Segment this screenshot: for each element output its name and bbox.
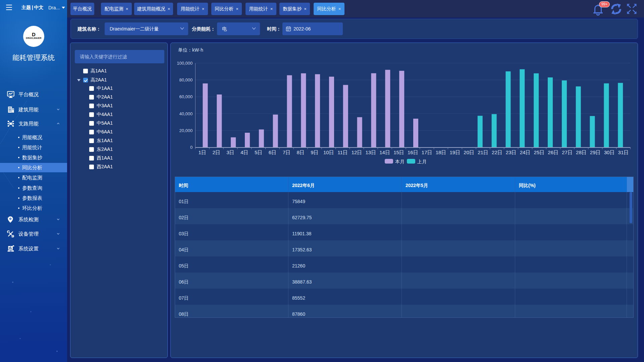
svg-text:14日: 14日 <box>379 149 390 155</box>
svg-text:19日: 19日 <box>449 149 460 155</box>
svg-text:22日: 22日 <box>492 149 502 155</box>
svg-text:13日: 13日 <box>365 149 376 155</box>
svg-text:31日: 31日 <box>618 149 629 155</box>
svg-text:28日: 28日 <box>576 149 587 155</box>
svg-text:3日: 3日 <box>226 149 234 155</box>
svg-text:1日: 1日 <box>199 149 206 155</box>
svg-text:20,000: 20,000 <box>179 128 193 133</box>
svg-text:23日: 23日 <box>506 149 517 155</box>
svg-text:80,000: 80,000 <box>179 77 193 82</box>
svg-text:21日: 21日 <box>478 149 488 155</box>
svg-text:100,000: 100,000 <box>177 61 193 66</box>
svg-text:26日: 26日 <box>548 149 558 155</box>
svg-text:2日: 2日 <box>212 149 220 155</box>
svg-text:24日: 24日 <box>520 149 531 155</box>
svg-text:本月: 本月 <box>395 159 405 164</box>
svg-text:15日: 15日 <box>393 149 404 155</box>
svg-text:40,000: 40,000 <box>179 111 193 116</box>
svg-text:16日: 16日 <box>408 149 418 155</box>
svg-text:60,000: 60,000 <box>179 94 193 99</box>
svg-text:上月: 上月 <box>417 159 427 164</box>
svg-text:11日: 11日 <box>337 149 348 155</box>
svg-text:9日: 9日 <box>311 149 318 155</box>
svg-text:27日: 27日 <box>562 149 573 155</box>
svg-text:18日: 18日 <box>436 149 446 155</box>
svg-text:0: 0 <box>190 145 193 150</box>
svg-text:4日: 4日 <box>240 149 248 155</box>
svg-text:17日: 17日 <box>422 149 432 155</box>
svg-text:6日: 6日 <box>269 149 276 155</box>
svg-text:29日: 29日 <box>590 149 601 155</box>
svg-text:20日: 20日 <box>464 149 474 155</box>
svg-text:7日: 7日 <box>283 149 290 155</box>
svg-text:5日: 5日 <box>255 149 262 155</box>
svg-text:30日: 30日 <box>604 149 615 155</box>
svg-text:25日: 25日 <box>534 149 545 155</box>
svg-text:8日: 8日 <box>297 149 304 155</box>
svg-text:10日: 10日 <box>323 149 334 155</box>
svg-text:12日: 12日 <box>352 149 362 155</box>
